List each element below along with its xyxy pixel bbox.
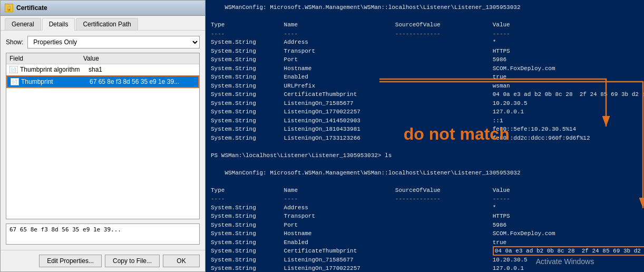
ps-col-headers: Type Name SourceOfValue Value (211, 21, 639, 30)
ps-row2-3: System.String Port 5986 (211, 221, 639, 230)
ps-divider1: ---- ---- ------------- ----- (211, 30, 639, 38)
field-value: sha1 (89, 66, 196, 73)
dialog-title: Certificate (16, 4, 47, 12)
ps-row-11: System.String ListeningOn_1733123266 fe8… (211, 134, 639, 143)
activate-windows-text: Activate Windows (486, 251, 644, 272)
tab-details[interactable]: Details (42, 18, 75, 31)
dialog-icon: 🔒 (5, 4, 13, 12)
ps-row2-2: System.String Transport HTTPS (211, 212, 639, 221)
ps-blank2 (211, 142, 639, 151)
ok-button[interactable]: OK (163, 255, 200, 267)
ps-content: WSManConfig: Microsoft.WSMan.Management\… (206, 0, 644, 272)
powershell-panel: WSManConfig: Microsoft.WSMan.Management\… (206, 0, 644, 272)
ps-row-3: System.String Port 5986 (211, 55, 639, 64)
ps-row-5: System.String Enabled true (211, 73, 639, 82)
field-name: Thumbprint (21, 78, 90, 85)
value-display: 67 65 8e f3 8d 56 35 e9 1e 39... (6, 224, 200, 245)
field-name: Thumbprint algorithm (20, 66, 89, 73)
show-select[interactable]: Properties Only (27, 36, 200, 48)
dialog-titlebar: 🔒 Certificate (1, 1, 205, 16)
ps-row-4: System.String Hostname SCOM.FoxDeploy.co… (211, 64, 639, 73)
ps-row2-1: System.String Address * (211, 203, 639, 212)
col-value-header: Value (83, 55, 196, 62)
field-icon: 📄 (11, 78, 19, 85)
ps-row-8: System.String ListeningOn_1770022257 127… (211, 108, 639, 116)
ps-blank3 (211, 160, 639, 169)
col-field-header: Field (9, 55, 83, 62)
ps-row2-5: System.String Enabled true (211, 238, 639, 247)
ps-header-line: WSManConfig: Microsoft.WSMan.Management\… (211, 3, 639, 12)
table-row-thumbprint[interactable]: 📄 Thumbprint 67 65 8e f3 8d 56 35 e9 1e … (6, 75, 199, 88)
show-row: Show: Properties Only (6, 36, 200, 48)
ps-row2-4: System.String Hostname SCOM.FoxDeploy.co… (211, 229, 639, 238)
tabs-row: General Details Certification Path (1, 16, 205, 31)
tab-certification-path[interactable]: Certification Path (76, 18, 138, 30)
copy-to-file-button[interactable]: Copy to File... (105, 255, 160, 267)
ps-blank (211, 12, 639, 21)
field-table: Field Value 📄 Thumbprint algorithm sha1 … (6, 53, 200, 219)
show-label: Show: (6, 38, 23, 46)
ps-row-9: System.String ListeningOn_1414502903 ::1 (211, 116, 639, 125)
ps-row-7: System.String ListeningOn_71585677 10.20… (211, 99, 639, 108)
certificate-dialog: 🔒 Certificate General Details Certificat… (0, 0, 206, 272)
dialog-footer: Edit Properties... Copy to File... OK (1, 250, 205, 271)
field-value: 67 65 8e f3 8d 56 35 e9 1e 39... (90, 78, 195, 85)
table-row[interactable]: 📄 Thumbprint algorithm sha1 (6, 64, 199, 75)
field-table-header: Field Value (6, 53, 199, 64)
ps-prompt1: PS WSMan:\localhost\Listener\Listener_13… (211, 151, 639, 160)
ps-header2: WSManConfig: Microsoft.WSMan.Management\… (211, 169, 639, 178)
ps-divider2: ---- ---- ------------- ----- (211, 195, 639, 203)
tab-general[interactable]: General (5, 18, 41, 30)
tab-details-content: Show: Properties Only Field Value 📄 Thum… (1, 31, 205, 250)
ps-blank4 (211, 177, 639, 186)
field-icon: 📄 (9, 66, 18, 73)
ps-row-1: System.String Address * (211, 38, 639, 47)
ps-row-cert1: System.String CertificateThumbprint 04 0… (211, 90, 639, 99)
ps-row-6: System.String URLPrefix wsman (211, 82, 639, 91)
ps-col-headers2: Type Name SourceOfValue Value (211, 186, 639, 195)
ps-row-10: System.String ListeningOn_1810433981 fe8… (211, 125, 639, 134)
ps-row-2: System.String Transport HTTPS (211, 47, 639, 56)
edit-properties-button[interactable]: Edit Properties... (39, 255, 102, 267)
